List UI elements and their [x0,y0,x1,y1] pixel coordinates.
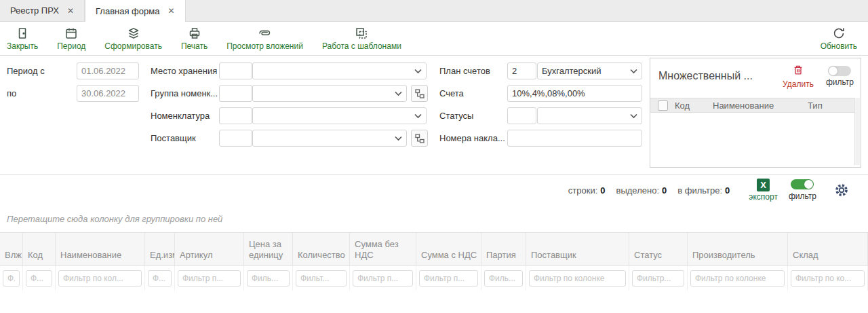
column-header[interactable]: Влж [0,233,23,265]
settings-gear-icon[interactable] [834,183,849,198]
chart-of-accounts-select[interactable]: Бухгалтерский [537,62,642,79]
column-header[interactable]: Наименование [56,233,145,265]
period-to-input[interactable] [77,85,139,102]
column-filter-input[interactable] [247,270,290,287]
period-to-label: по [7,88,16,98]
grouping-drop-zone[interactable]: Перетащите сюда колонку для группировки … [0,205,868,232]
print-button[interactable]: Печать [181,26,208,51]
period-from-input[interactable] [77,62,139,79]
chevron-down-icon [395,88,402,98]
column-header[interactable]: Сумма с НДС [416,233,481,265]
nomenclature-group-select[interactable] [252,85,407,102]
grid-toolbar: строки:0 выделено:0 в фильтре:0 X экспор… [0,175,868,205]
panel-scrollbar[interactable] [854,98,860,165]
nomenclature-code-input[interactable] [219,107,252,124]
trash-icon [792,64,804,78]
statuses-label: Статусы [439,111,473,121]
multiple-filter-panel: Множественный ... Удалить фильтр Код [650,58,861,168]
rows-count-value: 0 [600,185,605,196]
filter-cell [145,266,175,291]
filter-cell [175,266,244,291]
tab-glavnaya-forma[interactable]: Главная форма ✕ [85,0,185,22]
view-attachments-button[interactable]: Просмотр вложений [226,26,303,51]
delete-button[interactable]: Удалить [783,64,814,89]
tab-close-icon[interactable]: ✕ [167,6,174,16]
hierarchy-icon [414,88,425,99]
filter-cell [244,266,293,291]
close-button[interactable]: Закрыть [7,26,38,51]
column-header-type[interactable]: Тип [808,100,823,111]
storage-select[interactable] [252,62,427,79]
grouping-hint: Перетащите сюда колонку для группировки … [7,214,222,224]
column-filter-input[interactable] [178,270,241,287]
rows-count-stat: строки:0 [568,185,606,196]
column-header-name[interactable]: Наименование [713,100,808,111]
filter-cell [629,266,688,291]
templates-button[interactable]: Работа с шаблонами [322,26,401,51]
column-filter-input[interactable] [791,270,865,287]
selected-count-value: 0 [662,185,667,196]
column-filter-input[interactable] [3,270,20,287]
column-header[interactable]: Сумма без НДС [350,233,416,265]
column-filter-input[interactable] [690,270,785,287]
column-header[interactable]: Партия [481,233,526,265]
column-filter-input[interactable] [296,270,347,287]
toolbar-label: Сформировать [104,41,162,51]
column-filter-input[interactable] [58,270,142,287]
invoice-numbers-label: Номера накла... [439,133,505,143]
statuses-code-input[interactable] [507,107,536,124]
filter-toggle-label: фильтр [789,191,816,201]
column-filter-input[interactable] [632,270,684,287]
tab-label: Реестр ПРХ [10,5,59,16]
supplier-tree-button[interactable] [411,130,428,147]
printer-icon [188,26,201,40]
column-filter-input[interactable] [353,270,413,287]
chart-of-accounts-code-input[interactable] [507,62,536,79]
panel-filter-toggle-block[interactable]: фильтр [826,66,854,87]
filter-toggle-on[interactable] [791,179,814,189]
column-header[interactable]: Количество [293,233,350,265]
grid-filter-row [0,266,868,291]
filter-cell [350,266,416,291]
chevron-down-icon [630,111,637,121]
column-header[interactable]: Статус [629,233,688,265]
tab-close-icon[interactable]: ✕ [67,6,74,16]
invoice-numbers-input[interactable] [507,130,642,147]
tab-reestr-prh[interactable]: Реестр ПРХ ✕ [0,0,85,21]
in-filter-count-value: 0 [725,185,730,196]
supplier-code-input[interactable] [219,130,252,147]
select-all-checkbox[interactable] [658,100,668,111]
column-filter-input[interactable] [484,270,523,287]
toolbar-label: Закрыть [7,41,38,51]
selected-value: Бухгалтерский [542,66,601,76]
in-filter-count-stat: в фильтре:0 [677,185,730,196]
refresh-button[interactable]: Обновить [821,26,857,51]
accounts-input[interactable] [507,85,642,102]
statuses-select[interactable] [537,107,642,124]
supplier-select[interactable] [252,130,407,147]
column-header[interactable]: Ед.изм. [145,233,175,265]
storage-code-input[interactable] [219,62,252,79]
nomenclature-group-code-input[interactable] [219,85,252,102]
column-header[interactable]: Поставщик [526,233,629,265]
column-header[interactable]: Производитель [688,233,788,265]
column-header[interactable]: Артикул [175,233,244,265]
toolbar-label: Печать [181,41,208,51]
column-header[interactable]: Склад [788,233,868,265]
column-filter-input[interactable] [419,270,478,287]
generate-button[interactable]: Сформировать [104,26,162,51]
filter-toggle-off[interactable] [828,66,851,76]
period-button[interactable]: Период [57,26,85,51]
period-from-label: Период с [7,66,45,76]
nomenclature-select[interactable] [252,107,427,124]
column-header[interactable]: Цена за единицу [244,233,293,265]
export-excel-button[interactable]: X экспорт [749,179,778,202]
grid-filter-toggle-block[interactable]: фильтр [789,179,816,201]
column-header-code[interactable]: Код [675,100,713,111]
nomenclature-group-tree-button[interactable] [411,85,428,102]
filter-cell [416,266,481,291]
column-filter-input[interactable] [529,270,626,287]
column-filter-input[interactable] [26,270,52,287]
column-filter-input[interactable] [148,270,172,287]
column-header[interactable]: Код [23,233,56,265]
